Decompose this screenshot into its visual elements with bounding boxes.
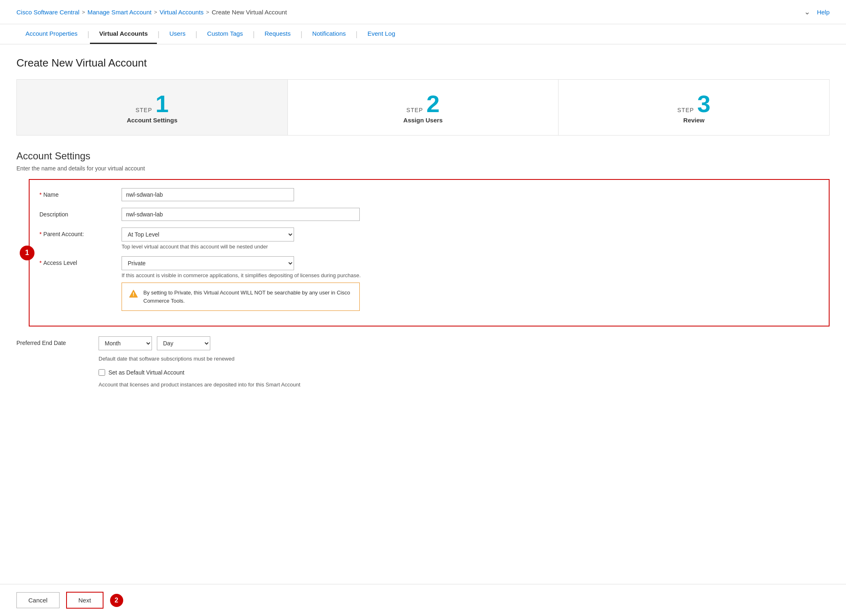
day-select[interactable]: Day 1234 5678 9101112 13141516 17181920 … bbox=[157, 336, 210, 350]
month-select[interactable]: Month January February March April May J… bbox=[99, 336, 152, 350]
access-level-control: Private Public If this account is visibl… bbox=[122, 256, 819, 311]
parent-account-label: *Parent Account: bbox=[39, 228, 122, 237]
breadcrumb-sep-1: > bbox=[82, 9, 85, 15]
step-1-name: Account Settings bbox=[127, 117, 177, 124]
tab-account-properties[interactable]: Account Properties bbox=[16, 24, 87, 44]
breadcrumb-manage-smart-account[interactable]: Manage Smart Account bbox=[87, 9, 152, 16]
step-3-name: Review bbox=[683, 117, 705, 124]
access-level-hint: If this account is visible in commerce a… bbox=[122, 272, 819, 278]
nav-divider-1: | bbox=[87, 30, 90, 39]
step-2-header: STEP 2 bbox=[407, 91, 440, 117]
access-level-row: *Access Level Private Public If this acc… bbox=[39, 256, 819, 311]
access-level-select[interactable]: Private Public bbox=[122, 256, 294, 270]
nav-divider-4: | bbox=[252, 30, 256, 39]
breadcrumb-virtual-accounts[interactable]: Virtual Accounts bbox=[160, 9, 204, 16]
tab-notifications[interactable]: Notifications bbox=[303, 24, 355, 44]
parent-account-control: At Top Level Top level virtual account t… bbox=[122, 228, 819, 250]
step-3-number: 3 bbox=[697, 92, 710, 116]
help-link[interactable]: Help bbox=[817, 9, 830, 16]
step-2-number: 2 bbox=[426, 92, 439, 116]
breadcrumb-sep-3: > bbox=[206, 9, 209, 15]
end-date-hint: Default date that software subscriptions… bbox=[99, 356, 300, 362]
page-title: Create New Virtual Account bbox=[16, 57, 830, 69]
bottom-bar: Cancel Next 2 bbox=[0, 584, 846, 616]
step-1-number: 1 bbox=[155, 92, 168, 116]
tab-virtual-accounts[interactable]: Virtual Accounts bbox=[90, 24, 156, 44]
description-row: Description bbox=[39, 208, 819, 221]
step-3-header: STEP 3 bbox=[677, 91, 710, 117]
breadcrumb-sep-2: > bbox=[154, 9, 157, 15]
warning-triangle-icon: ! bbox=[129, 289, 138, 299]
step-2-name: Assign Users bbox=[403, 117, 443, 124]
step-3-label: STEP bbox=[677, 107, 694, 113]
page-content: Create New Virtual Account STEP 1 Accoun… bbox=[0, 44, 846, 407]
name-input[interactable] bbox=[122, 188, 294, 201]
tab-requests[interactable]: Requests bbox=[255, 24, 299, 44]
name-required-star: * bbox=[39, 191, 41, 198]
tab-users[interactable]: Users bbox=[160, 24, 194, 44]
name-control bbox=[122, 188, 819, 201]
step-1: STEP 1 Account Settings bbox=[17, 80, 288, 135]
preferred-end-date-section: Preferred End Date Month January Februar… bbox=[16, 336, 830, 388]
name-row: *Name bbox=[39, 188, 819, 201]
tab-custom-tags[interactable]: Custom Tags bbox=[198, 24, 252, 44]
chevron-down-icon[interactable]: ⌄ bbox=[804, 7, 810, 16]
access-required-star: * bbox=[39, 260, 41, 266]
steps-container: STEP 1 Account Settings STEP 2 Assign Us… bbox=[16, 79, 830, 136]
nav-tabs: Account Properties | Virtual Accounts | … bbox=[0, 24, 846, 44]
description-label: Description bbox=[39, 208, 122, 218]
top-right: ⌄ Help bbox=[804, 7, 830, 16]
description-control bbox=[122, 208, 819, 221]
breadcrumb-cisco-software-central[interactable]: Cisco Software Central bbox=[16, 9, 79, 16]
default-virtual-account-checkbox[interactable] bbox=[99, 369, 105, 376]
form-bordered: *Name Description *Parent Account: bbox=[29, 179, 830, 326]
parent-account-row: *Parent Account: At Top Level Top level … bbox=[39, 228, 819, 250]
step-1-header: STEP 1 bbox=[136, 91, 169, 117]
default-virtual-account-hint: Account that licenses and product instan… bbox=[99, 382, 300, 388]
step-2-label: STEP bbox=[407, 107, 423, 113]
breadcrumb: Cisco Software Central > Manage Smart Ac… bbox=[16, 9, 287, 16]
nav-divider-2: | bbox=[157, 30, 161, 39]
preferred-end-date-label: Preferred End Date bbox=[16, 336, 99, 346]
svg-text:!: ! bbox=[133, 291, 134, 297]
next-button[interactable]: Next bbox=[66, 592, 103, 609]
nav-divider-6: | bbox=[355, 30, 359, 39]
parent-account-select[interactable]: At Top Level bbox=[122, 228, 294, 241]
name-label: *Name bbox=[39, 188, 122, 198]
access-level-warning: ! By setting to Private, this Virtual Ac… bbox=[122, 283, 360, 311]
parent-required-star: * bbox=[39, 231, 41, 237]
step-3: STEP 3 Review bbox=[559, 80, 829, 135]
warning-text: By setting to Private, this Virtual Acco… bbox=[143, 289, 353, 305]
action-badge-2: 2 bbox=[110, 594, 123, 607]
nav-divider-5: | bbox=[300, 30, 303, 39]
section-subtitle: Enter the name and details for your virt… bbox=[16, 165, 830, 172]
cancel-button[interactable]: Cancel bbox=[16, 592, 60, 608]
description-input[interactable] bbox=[122, 208, 360, 221]
tab-event-log[interactable]: Event Log bbox=[359, 24, 405, 44]
step-2: STEP 2 Assign Users bbox=[288, 80, 559, 135]
breadcrumb-current: Create New Virtual Account bbox=[212, 9, 287, 16]
step-1-label: STEP bbox=[136, 107, 152, 113]
nav-divider-3: | bbox=[195, 30, 198, 39]
default-virtual-account-row: Set as Default Virtual Account bbox=[99, 369, 300, 376]
preferred-end-date-controls: Month January February March April May J… bbox=[99, 336, 300, 388]
parent-account-hint: Top level virtual account that this acco… bbox=[122, 244, 819, 250]
default-virtual-account-label: Set as Default Virtual Account bbox=[108, 369, 184, 376]
access-level-label: *Access Level bbox=[39, 256, 122, 266]
end-date-selects: Month January February March April May J… bbox=[99, 336, 300, 350]
section-title: Account Settings bbox=[16, 150, 830, 162]
top-bar: Cisco Software Central > Manage Smart Ac… bbox=[0, 0, 846, 24]
